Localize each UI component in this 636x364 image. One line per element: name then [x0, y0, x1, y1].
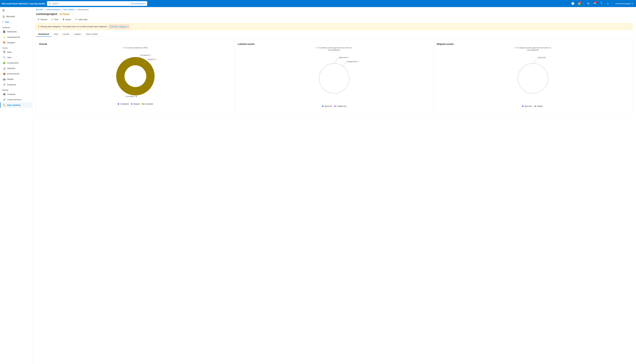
updates-button[interactable]: ⚑ 14	[592, 1, 597, 6]
main-content: Microsoft > contosoworkspace > Data Labe…	[32, 7, 636, 364]
sidebar-item-jobs[interactable]: 🔧 Jobs	[0, 55, 32, 60]
labeled-legend: Approved Unapproved	[322, 105, 346, 107]
breadcrumb-microsoft[interactable]: Microsoft	[36, 8, 43, 10]
start-button[interactable]: ▷ Start	[50, 17, 60, 22]
history-button[interactable]: 🕐	[570, 1, 575, 6]
sidebar-item-label: Models	[7, 78, 14, 80]
tab-vision-studio[interactable]: Vision Studio	[83, 32, 100, 37]
refresh-button[interactable]: ↻ Refresh	[36, 17, 49, 22]
label-data-label: Label data	[78, 18, 87, 20]
skipped-assets-subtitle: 0 / 0 skipped assets approved (No items …	[514, 46, 552, 51]
linked-services-icon: 🔗	[3, 98, 6, 101]
updates-badge: 14	[594, 1, 597, 3]
overall-title: Overall	[39, 43, 232, 46]
sidebar-home-label: Microsoft	[6, 15, 15, 18]
info-icon: ℹ	[38, 25, 39, 28]
search-input[interactable]	[52, 2, 128, 5]
sidebar-item-label: Components	[7, 62, 19, 64]
export-icon: ⬆	[63, 18, 65, 21]
warning-bar: ℹ Missing label categories: The project …	[36, 24, 632, 30]
skipped-approved-label-text: Approved:	[538, 56, 546, 58]
legend-skipped-approved-label: Approved	[524, 105, 532, 107]
sidebar-item-compute[interactable]: 💻 Compute	[0, 92, 32, 97]
skipped-assets-card: Skipped assets 0 / 0 skipped assets appr…	[434, 40, 632, 116]
legend-incomplete-label: Incomplete	[144, 103, 153, 105]
data-icon: 🗄	[3, 51, 6, 54]
environments-icon: 📦	[3, 72, 6, 75]
skipped-unapproved-dot	[534, 106, 536, 107]
legend-completed: Completed	[118, 103, 129, 105]
user-menu[interactable]: contosoworkspace ▾	[614, 2, 634, 5]
sidebar-item-data-labeling[interactable]: ✏️ Data Labeling	[0, 102, 32, 108]
tab-dashboard[interactable]: Dashboard	[36, 32, 51, 37]
sidebar-item-endpoints[interactable]: 🔗 Endpoints	[0, 82, 32, 87]
sidebar-item-notebooks[interactable]: 📓 Notebooks	[0, 29, 32, 34]
hamburger-button[interactable]: ☰	[0, 7, 32, 14]
completed-dot	[118, 103, 119, 105]
labeled-assets-title: Labeled assets	[238, 43, 431, 46]
new-button[interactable]: + New	[0, 19, 32, 25]
breadcrumb: Microsoft > contosoworkspace > Data Labe…	[32, 7, 636, 11]
pause-icon: ⏸	[60, 13, 62, 15]
breadcrumb-sep2: >	[61, 8, 63, 10]
labeled-assets-subtitle: 0 / 0 labeled assets approved (No items …	[315, 46, 353, 51]
legend-incomplete: Incomplete	[142, 103, 153, 105]
breadcrumb-workspace[interactable]: contosoworkspace	[46, 8, 61, 10]
question-icon: ?	[600, 2, 602, 5]
sidebar-item-environments[interactable]: 📦 Environments	[0, 71, 32, 76]
sidebar-item-linked-services[interactable]: 🔗 Linked Services	[0, 97, 32, 102]
skipped-dot	[131, 103, 132, 105]
warning-collapse-icon[interactable]: ⌄	[628, 26, 630, 28]
chevron-down-icon: ▾	[632, 2, 633, 5]
models-icon: 🤖	[3, 78, 6, 80]
topbar: Microsoft Azure Machine Learning Studio …	[0, 0, 636, 7]
export-button[interactable]: ⬆ Export	[61, 17, 73, 22]
tab-data[interactable]: Data	[51, 32, 61, 37]
breadcrumb-sep1: >	[44, 8, 45, 10]
export-label: Export	[65, 18, 71, 20]
sidebar-item-models[interactable]: 🤖 Models	[0, 76, 32, 82]
favorite-star[interactable]: ☆	[72, 12, 74, 16]
status-label: Paused	[63, 13, 69, 15]
settings-button[interactable]: ⚙	[586, 1, 591, 6]
gear-icon: ⚙	[587, 2, 589, 5]
breadcrumb-current: contosoproject	[77, 8, 89, 10]
notifications-button[interactable]: 🔔 23	[577, 1, 582, 6]
sidebar-item-data[interactable]: 🗄 Data	[0, 50, 32, 55]
overall-chart: Completed: 0 Skipped: 0 Incomplete: 32	[39, 51, 232, 105]
breadcrumb-data-labeling[interactable]: Data Labeling	[63, 8, 74, 10]
start-icon: ▷	[52, 18, 53, 21]
sidebar-item-automated-ml[interactable]: ⚡ Automated ML	[0, 34, 32, 40]
overall-card: Overall 0 / 32 assets labeled (0.00%)	[36, 40, 235, 116]
label-data-button[interactable]: ✏ Label data	[74, 17, 89, 22]
workspace-label: This workspace	[131, 2, 144, 5]
legend-skipped-unapproved-label: Unappr...	[537, 105, 544, 107]
sidebar-item-components[interactable]: 🧩 Components	[0, 60, 32, 66]
data-labeling-icon: ✏️	[3, 104, 6, 106]
tab-details[interactable]: Details	[61, 32, 72, 37]
tabs: Dashboard Data Details Insights Vision S…	[32, 30, 636, 37]
designer-icon: 🎨	[3, 41, 6, 44]
overall-subtitle: 0 / 32 assets labeled (0.00%)	[39, 46, 232, 49]
sidebar-item-label: Pipelines	[7, 67, 15, 70]
endpoints-icon: 🔗	[3, 83, 6, 86]
sidebar-item-designer[interactable]: 🎨 Designer	[0, 40, 32, 45]
add-label-categories-link[interactable]: Add label categories.	[109, 25, 129, 28]
svg-line-8	[342, 62, 346, 66]
search-icon: 🔍	[49, 2, 51, 5]
help-button[interactable]: ?	[599, 1, 604, 6]
search-bar[interactable]: 🔍 This workspace ▾	[47, 1, 147, 6]
topbar-actions: 🕐 🔔 23 ⚙ ⚑ 14 ? ☺ contosoworkspace ▾	[570, 1, 634, 6]
user-name: contosoworkspace	[615, 2, 631, 5]
sidebar-item-label: Endpoints	[7, 84, 16, 86]
sidebar-item-pipelines[interactable]: 📊 Pipelines	[0, 66, 32, 71]
sidebar-item-label: Compute	[7, 93, 15, 95]
feedback-button[interactable]: ☺	[605, 1, 610, 6]
home-icon: 🏠	[2, 15, 5, 18]
sidebar-item-label: Notebooks	[7, 30, 17, 33]
legend-skipped: Skipped	[131, 103, 140, 105]
start-label: Start	[54, 18, 59, 20]
sidebar-item-microsoft[interactable]: 🏠 Microsoft	[0, 14, 32, 19]
search-workspace-selector[interactable]: This workspace ▾	[129, 2, 146, 5]
tab-insights[interactable]: Insights	[72, 32, 83, 37]
